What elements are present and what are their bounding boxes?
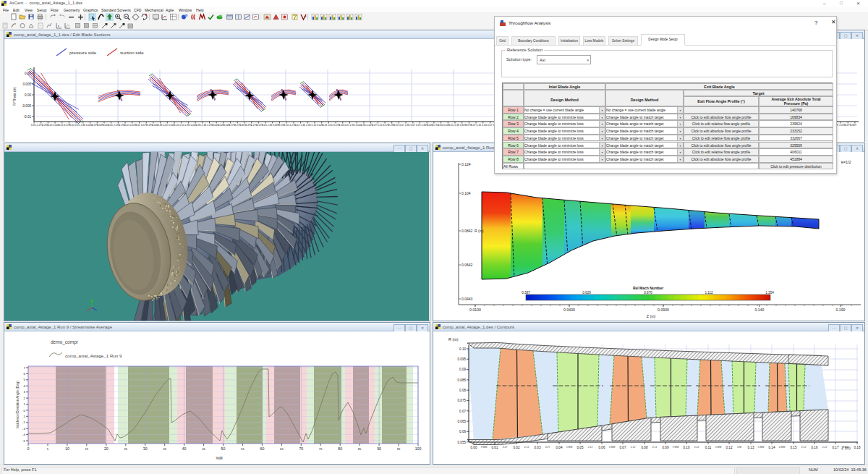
svg-text:0.01: 0.01 bbox=[108, 124, 113, 127]
svg-text:0.03: 0.03 bbox=[535, 446, 541, 449]
svg-text:25: 25 bbox=[124, 447, 127, 451]
svg-text:0.01: 0.01 bbox=[328, 124, 333, 127]
svg-text:0.14: 0.14 bbox=[769, 446, 775, 449]
svg-text:0.04: 0.04 bbox=[556, 446, 563, 449]
svg-text:0.387: 0.387 bbox=[522, 291, 530, 295]
svg-text:9 MM: 9 MM bbox=[481, 446, 488, 449]
svg-text:0.07: 0.07 bbox=[410, 124, 415, 127]
svg-text:100: 100 bbox=[415, 447, 422, 451]
svg-text:0.10: 0.10 bbox=[174, 124, 179, 127]
svg-text:2.12: 2.12 bbox=[524, 446, 529, 449]
svg-text:0.0100: 0.0100 bbox=[469, 308, 481, 312]
svg-text:0.07: 0.07 bbox=[399, 124, 404, 127]
svg-text:0.005: 0.005 bbox=[23, 82, 32, 86]
svg-text:5 MM: 5 MM bbox=[715, 446, 722, 449]
svg-text:2.12: 2.12 bbox=[652, 446, 658, 449]
svg-text:0.17: 0.17 bbox=[833, 446, 839, 449]
svg-text:0.15: 0.15 bbox=[791, 446, 797, 449]
svg-text:5.829: 5.829 bbox=[850, 124, 856, 127]
svg-text:2.36: 2.36 bbox=[196, 124, 201, 127]
svg-text:0.00: 0.00 bbox=[25, 93, 31, 97]
svg-text:35: 35 bbox=[163, 447, 166, 451]
svg-text:2.12: 2.12 bbox=[801, 446, 807, 449]
svg-text:5 MM: 5 MM bbox=[566, 446, 573, 449]
svg-text:4.34: 4.34 bbox=[438, 124, 443, 127]
svg-text:0.18: 0.18 bbox=[854, 446, 861, 449]
svg-text:2.22: 2.22 bbox=[822, 446, 827, 449]
svg-text:15: 15 bbox=[85, 447, 88, 451]
svg-text:2.22: 2.22 bbox=[694, 446, 699, 449]
svg-text:80: 80 bbox=[338, 447, 342, 451]
svg-text:0.00: 0.00 bbox=[471, 446, 477, 449]
svg-text:2.36: 2.36 bbox=[268, 124, 273, 127]
svg-text:R*Theta (in): R*Theta (in) bbox=[13, 87, 17, 106]
svg-text:0.31: 0.31 bbox=[31, 124, 36, 127]
svg-text:0.0900: 0.0900 bbox=[658, 308, 669, 312]
svg-text:95: 95 bbox=[397, 447, 401, 451]
svg-text:5 MM: 5 MM bbox=[758, 446, 765, 449]
svg-text:2.36: 2.36 bbox=[80, 124, 85, 127]
svg-text:0.01: 0.01 bbox=[262, 124, 267, 127]
svg-text:pressure side: pressure side bbox=[69, 50, 97, 55]
svg-text:0.0443: 0.0443 bbox=[461, 297, 473, 301]
svg-text:0.095: 0.095 bbox=[458, 357, 467, 361]
svg-text:3.27: 3.27 bbox=[545, 446, 550, 449]
svg-text:1.354: 1.354 bbox=[765, 291, 774, 295]
svg-text:0.10: 0.10 bbox=[684, 446, 690, 449]
svg-text:1.112: 1.112 bbox=[705, 291, 713, 295]
svg-text:Z (m): Z (m) bbox=[841, 446, 851, 450]
svg-text:%M: %M bbox=[216, 456, 223, 460]
svg-text:0.09: 0.09 bbox=[663, 446, 669, 449]
svg-text:0.10: 0.10 bbox=[378, 124, 383, 127]
svg-text:0.0400: 0.0400 bbox=[563, 308, 575, 312]
svg-text:comp_axial_4stage_1 Run 9: comp_axial_4stage_1 Run 9 bbox=[65, 353, 122, 358]
svg-text:2.36: 2.36 bbox=[202, 124, 207, 127]
svg-text:0.0842: 0.0842 bbox=[461, 229, 473, 233]
svg-text:0.02: 0.02 bbox=[514, 446, 520, 449]
svg-text:0.11: 0.11 bbox=[705, 446, 712, 449]
svg-text:demo_compr: demo_compr bbox=[51, 339, 79, 345]
svg-text:0.10: 0.10 bbox=[312, 124, 317, 127]
svg-text:75: 75 bbox=[319, 447, 323, 451]
svg-text:0.065: 0.065 bbox=[458, 420, 467, 423]
svg-text:0.10: 0.10 bbox=[459, 347, 466, 351]
svg-text:0.055: 0.055 bbox=[458, 441, 467, 444]
svg-text:0.10: 0.10 bbox=[179, 124, 184, 127]
svg-text:10: 10 bbox=[65, 447, 69, 451]
svg-text:0.01: 0.01 bbox=[492, 446, 498, 449]
svg-text:-1: -1 bbox=[22, 415, 25, 418]
svg-text:0.31: 0.31 bbox=[75, 124, 80, 127]
svg-text:Z (m): Z (m) bbox=[647, 314, 656, 318]
svg-text:0.01: 0.01 bbox=[135, 124, 140, 127]
svg-text:0.07: 0.07 bbox=[459, 410, 466, 413]
svg-text:0.085: 0.085 bbox=[458, 378, 467, 382]
svg-text:60: 60 bbox=[260, 447, 265, 451]
svg-text:-0.01: -0.01 bbox=[24, 115, 32, 119]
svg-text:85: 85 bbox=[358, 447, 362, 451]
svg-text:2.36: 2.36 bbox=[158, 124, 163, 127]
svg-text:Rel Mach Number: Rel Mach Number bbox=[633, 286, 663, 290]
svg-text:65: 65 bbox=[280, 447, 284, 451]
svg-text:4.34: 4.34 bbox=[482, 124, 487, 127]
svg-text:2.36: 2.36 bbox=[454, 124, 459, 127]
svg-text:9 MM: 9 MM bbox=[673, 446, 679, 449]
svg-text:0.10: 0.10 bbox=[284, 124, 289, 127]
svg-text:-5: -5 bbox=[22, 439, 25, 443]
svg-text:0.07: 0.07 bbox=[620, 446, 626, 449]
svg-text:2.36: 2.36 bbox=[405, 124, 410, 127]
svg-text:0.12: 0.12 bbox=[726, 446, 733, 449]
svg-text:0.01: 0.01 bbox=[295, 124, 300, 127]
svg-text:45: 45 bbox=[202, 447, 205, 451]
svg-text:0.124: 0.124 bbox=[461, 162, 471, 166]
svg-text:0.140: 0.140 bbox=[755, 308, 765, 312]
svg-text:0.629: 0.629 bbox=[582, 291, 591, 295]
svg-text:70: 70 bbox=[299, 447, 303, 451]
svg-text:2.12: 2.12 bbox=[588, 446, 593, 449]
svg-text:2.36: 2.36 bbox=[185, 124, 190, 127]
svg-text:55: 55 bbox=[241, 447, 244, 451]
svg-text:30: 30 bbox=[143, 447, 148, 451]
svg-text:0.06: 0.06 bbox=[599, 446, 605, 449]
svg-text:4 MM: 4 MM bbox=[779, 446, 786, 449]
svg-text:0.16: 0.16 bbox=[812, 446, 818, 449]
svg-text:50: 50 bbox=[221, 447, 226, 451]
